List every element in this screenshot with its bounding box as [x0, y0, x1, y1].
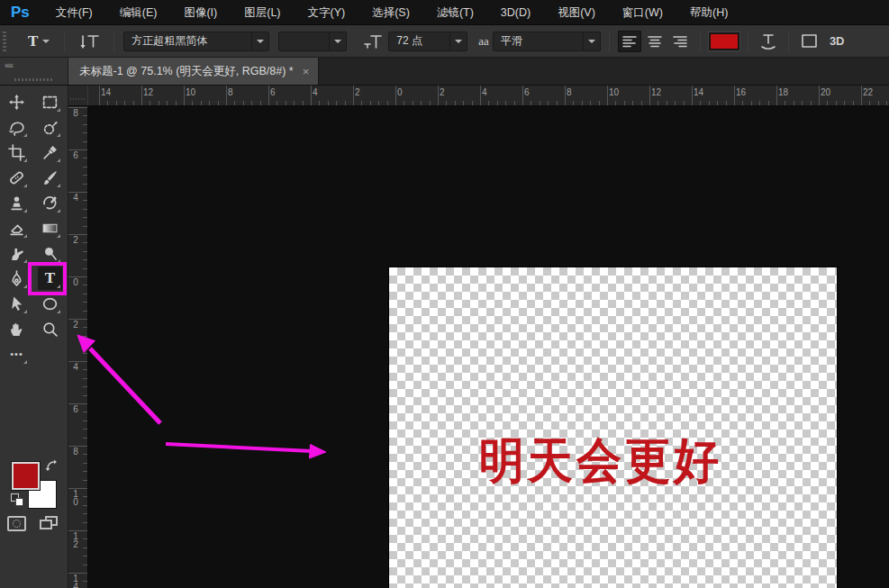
move-tool[interactable]: [5, 90, 29, 113]
quick-mask-button[interactable]: [7, 516, 26, 531]
canvas-type-layer-text[interactable]: 明天会更好: [479, 429, 722, 493]
chevron-down-icon: [257, 40, 264, 43]
align-right-icon: [672, 34, 688, 49]
history-brush-tool[interactable]: [38, 191, 62, 214]
font-style-select[interactable]: [278, 32, 347, 51]
font-size-value: 72 点: [389, 33, 449, 49]
ruler-label: 0: [71, 278, 80, 286]
spot-healing-brush-tool[interactable]: [5, 166, 29, 189]
font-style-dropdown-button[interactable]: [329, 32, 346, 50]
ruler-origin-corner[interactable]: [68, 86, 88, 106]
font-size-select[interactable]: 72 点: [388, 32, 467, 51]
toolbar-panel-header: ««: [0, 58, 68, 85]
anti-alias-icon-wrap: aa: [475, 30, 493, 53]
foreground-color-swatch[interactable]: [12, 462, 40, 490]
tool-options-bar: T 方正超粗黑简体 72 点: [0, 25, 889, 58]
menu-image[interactable]: 图像(I): [170, 0, 231, 25]
swap-colors-icon[interactable]: [45, 459, 58, 475]
ruler-label: 2: [71, 236, 80, 244]
menu-3d[interactable]: 3D(D): [487, 0, 544, 25]
font-size-icon-wrap: [359, 30, 388, 53]
font-family-select[interactable]: 方正超粗黑简体: [123, 32, 269, 51]
eraser-tool[interactable]: [5, 216, 29, 240]
ruler-label: 12: [71, 532, 80, 548]
menu-bar: Ps 文件(F) 编辑(E) 图像(I) 图层(L) 文字(Y) 选择(S) 滤…: [0, 0, 889, 25]
ruler-label: 2: [71, 321, 80, 329]
horizontal-ruler[interactable]: 14121086420246810121416182022: [88, 86, 889, 106]
quick-selection-tool[interactable]: [38, 115, 62, 139]
menu-edit[interactable]: 编辑(E): [106, 0, 171, 25]
tab-close-icon[interactable]: ×: [303, 66, 310, 77]
document-tab-title: 未标题-1 @ 75.1% (明天会更好, RGB/8#) *: [79, 64, 294, 79]
font-family-dropdown-button[interactable]: [251, 32, 268, 50]
dodge-tool[interactable]: [38, 241, 62, 265]
pasteboard[interactable]: 明天会更好: [88, 106, 889, 588]
horizontal-type-tool[interactable]: T: [38, 267, 62, 290]
brush-tool[interactable]: [38, 166, 62, 189]
toolbar-grip[interactable]: [14, 78, 52, 81]
ruler-label: 20: [821, 87, 830, 97]
menu-type[interactable]: 文字(Y): [295, 0, 359, 25]
separator: [64, 31, 65, 52]
dodge-icon: [41, 245, 59, 262]
eraser-icon: [8, 220, 25, 237]
lasso-tool[interactable]: [5, 115, 29, 139]
document-tab-bar: «« 未标题-1 @ 75.1% (明天会更好, RGB/8#) * ×: [0, 58, 889, 86]
clone-stamp-tool[interactable]: [5, 191, 29, 214]
menu-layer[interactable]: 图层(L): [231, 0, 294, 25]
menu-window[interactable]: 窗口(W): [609, 0, 676, 25]
swap-arrows-icon: [45, 459, 58, 472]
smudge-finger-icon: [8, 245, 25, 262]
ruler-label: 4: [71, 363, 80, 371]
eyedropper-tool[interactable]: [38, 140, 62, 164]
warp-text-button[interactable]: [755, 30, 782, 53]
menu-file[interactable]: 文件(F): [42, 0, 106, 25]
font-size-dropdown-button[interactable]: [449, 32, 467, 50]
font-family-value: 方正超粗黑简体: [124, 33, 251, 49]
ruler-label: 2: [440, 87, 445, 97]
type-tool-icon: T: [45, 269, 55, 287]
edit-toolbar-button[interactable]: •••: [5, 342, 29, 366]
ruler-label: 10: [609, 87, 619, 97]
panels-icon: [799, 32, 819, 50]
current-tool-button[interactable]: T: [24, 30, 53, 53]
hand-tool[interactable]: [5, 317, 29, 340]
vertical-ruler[interactable]: 864202468101214: [68, 106, 88, 588]
3d-mode-button[interactable]: 3D: [822, 34, 852, 48]
ruler-label: 8: [567, 87, 572, 97]
smudge-tool[interactable]: [5, 241, 29, 265]
rectangular-marquee-tool[interactable]: [38, 90, 62, 113]
screen-mode-button[interactable]: [40, 516, 59, 532]
align-right-button[interactable]: [668, 31, 692, 52]
menu-view[interactable]: 视图(V): [544, 0, 609, 25]
quick-mask-icon: [13, 520, 21, 528]
text-orientation-toggle[interactable]: [76, 30, 104, 53]
crop-tool[interactable]: [5, 140, 29, 164]
photoshop-window: Ps 文件(F) 编辑(E) 图像(I) 图层(L) 文字(Y) 选择(S) 滤…: [0, 0, 889, 588]
ellipse-shape-tool[interactable]: [38, 292, 62, 315]
eyedropper-icon: [41, 144, 59, 161]
options-bar-grip[interactable]: [3, 32, 6, 51]
screen-mode-icon: [40, 520, 52, 529]
default-colors-icon[interactable]: [11, 493, 24, 507]
separator: [748, 31, 748, 52]
anti-alias-dropdown-button[interactable]: [583, 32, 600, 50]
gradient-tool[interactable]: [38, 216, 62, 240]
menu-help[interactable]: 帮助(H): [676, 0, 741, 25]
document-tab[interactable]: 未标题-1 @ 75.1% (明天会更好, RGB/8#) * ×: [68, 58, 319, 85]
align-center-button[interactable]: [643, 31, 667, 52]
pen-tool[interactable]: [5, 267, 29, 290]
toggle-panels-button[interactable]: [795, 30, 822, 53]
ruler-label: 12: [143, 87, 153, 97]
zoom-tool[interactable]: [38, 317, 62, 340]
text-color-swatch[interactable]: [709, 32, 739, 50]
menu-filter[interactable]: 滤镜(T): [423, 0, 487, 25]
anti-alias-select[interactable]: 平滑: [493, 32, 601, 51]
align-left-button[interactable]: [618, 31, 641, 52]
menu-select[interactable]: 选择(S): [358, 0, 423, 25]
collapse-panel-button[interactable]: ««: [5, 60, 13, 70]
canvas-transparent-checkerboard[interactable]: 明天会更好: [389, 267, 837, 588]
ruler-label: 6: [524, 87, 530, 97]
crop-icon: [8, 144, 25, 161]
path-selection-tool[interactable]: [5, 292, 29, 315]
